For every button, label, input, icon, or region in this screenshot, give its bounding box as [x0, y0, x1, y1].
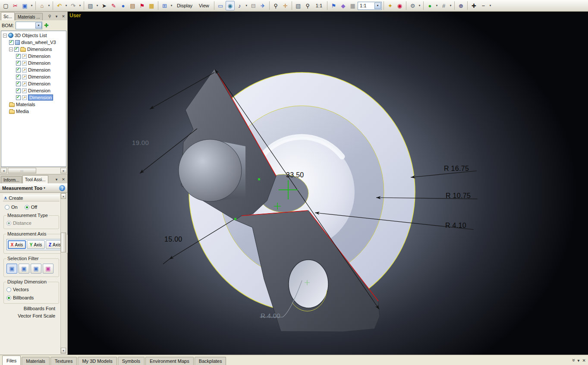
chevron-down-icon[interactable]: ▾: [53, 13, 60, 19]
close-icon[interactable]: ✕: [60, 176, 66, 182]
visibility-checkbox[interactable]: ✓: [16, 61, 21, 66]
region-zoom-button[interactable]: ▧: [294, 1, 303, 10]
remove-button[interactable]: −: [479, 1, 488, 10]
scroll-left-icon[interactable]: ◄: [0, 168, 7, 173]
tab-tool-assistant[interactable]: Tool Assi...: [22, 175, 48, 183]
dropdown-arrow-icon[interactable]: ▾: [30, 1, 34, 10]
zoom-ratio-label[interactable]: 1:1: [313, 1, 325, 10]
tab-backplates[interactable]: Backplates: [195, 357, 226, 365]
tree-root[interactable]: − 3D Objects List: [1, 32, 66, 39]
package-button[interactable]: ▦: [147, 1, 156, 10]
add-bom-button[interactable]: ✚: [44, 22, 48, 28]
scene-tree[interactable]: − 3D Objects List ✓ divan_wheel_V3 − ✓ D…: [1, 31, 66, 167]
bookmark-flag-button[interactable]: ⚑: [329, 1, 338, 10]
zoom-actual-button[interactable]: ⚲: [303, 1, 312, 10]
horizontal-scrollbar[interactable]: ◄ ||| ►: [0, 167, 67, 174]
tree-item-materials-folder[interactable]: Materials: [1, 101, 66, 108]
add-button[interactable]: ✚: [469, 1, 478, 10]
collapse-icon[interactable]: −: [9, 47, 13, 51]
dropdown-arrow-icon[interactable]: ▾: [47, 1, 51, 10]
filter-assembly-button[interactable]: ▣: [31, 264, 41, 274]
tree-item-dimensions-folder[interactable]: − ✓ Dimensions: [1, 46, 66, 53]
tree-item-dimension-selected[interactable]: ✓ ↗ Dimension: [1, 94, 66, 101]
audio-device-button[interactable]: ♪: [235, 1, 244, 10]
help-icon[interactable]: ?: [59, 185, 65, 191]
dropdown-arrow-icon[interactable]: ▾: [78, 1, 82, 10]
library-button[interactable]: ▤: [128, 1, 137, 10]
select-arrow-button[interactable]: ➤: [100, 1, 109, 10]
bom-combo[interactable]: ▾: [16, 22, 42, 29]
chevron-down-icon[interactable]: ▾: [53, 176, 60, 182]
render-button[interactable]: ◉: [226, 1, 235, 10]
close-icon[interactable]: ✕: [582, 358, 586, 363]
x-axis-button[interactable]: X Axis: [8, 240, 26, 249]
undo-button[interactable]: ↶: [55, 1, 64, 10]
crop-tool-button[interactable]: #: [439, 1, 448, 10]
close-icon[interactable]: ✕: [60, 13, 66, 19]
tab-environment-maps[interactable]: Environment Maps: [145, 357, 194, 365]
chevron-down-icon[interactable]: ▾: [578, 358, 580, 363]
filter-surface-button[interactable]: ▣: [43, 264, 53, 274]
display-menu[interactable]: Display: [174, 1, 195, 10]
visibility-checkbox[interactable]: ✓: [16, 95, 21, 100]
tree-item-dimension[interactable]: ✓ ↗ Dimension: [1, 53, 66, 60]
tab-textures[interactable]: Textures: [50, 357, 77, 365]
globe-button[interactable]: ⊕: [456, 1, 465, 10]
filter-body-button[interactable]: ▣: [6, 264, 17, 274]
chevron-down-icon[interactable]: ▾: [44, 186, 45, 190]
scrollbar-thumb[interactable]: |||: [8, 168, 36, 173]
tree-item-model[interactable]: ✓ divan_wheel_V3: [1, 39, 66, 46]
visibility-checkbox[interactable]: ✓: [16, 88, 21, 93]
on-radio-row[interactable]: On: [5, 205, 18, 210]
key-tool-button[interactable]: ✦: [386, 1, 395, 10]
dropdown-arrow-icon[interactable]: ▾: [245, 1, 248, 10]
pan-button[interactable]: ✛: [281, 1, 290, 10]
visibility-checkbox[interactable]: ✓: [14, 47, 19, 52]
tree-item-dimension[interactable]: ✓ ↗ Dimension: [1, 87, 66, 94]
tree-item-dimension[interactable]: ✓ ↗ Dimension: [1, 80, 66, 87]
dropdown-arrow-icon[interactable]: ▾: [435, 1, 439, 10]
dropdown-arrow-icon[interactable]: ▾: [170, 1, 173, 10]
new-document-button[interactable]: ▢: [1, 1, 10, 10]
model-cube-button[interactable]: ◆: [339, 1, 348, 10]
tab-information[interactable]: Inform...: [1, 176, 22, 183]
flags-button[interactable]: ⚑: [138, 1, 147, 10]
visibility-checkbox[interactable]: ✓: [9, 40, 14, 45]
tree-item-media-folder[interactable]: Media: [1, 108, 66, 115]
viewport-3d[interactable]: User: [68, 12, 588, 355]
settings-tools-button[interactable]: ⚙: [408, 1, 417, 10]
tab-files[interactable]: Files: [2, 356, 21, 365]
y-axis-button[interactable]: Y Axis: [27, 240, 45, 249]
vectors-radio[interactable]: [6, 287, 11, 292]
distance-radio-row[interactable]: Distance: [6, 220, 57, 226]
on-radio[interactable]: [5, 205, 9, 210]
scroll-down-icon[interactable]: ▼: [61, 348, 66, 353]
visibility-checkbox[interactable]: ✓: [16, 54, 21, 59]
tab-my-3d-models[interactable]: My 3D Models: [78, 357, 116, 365]
find-icon[interactable]: ⚲: [47, 13, 53, 19]
off-radio[interactable]: [25, 205, 29, 210]
tree-item-dimension[interactable]: ✓ ↗ Dimension: [1, 66, 66, 73]
billboards-radio-row[interactable]: Billboards: [6, 295, 57, 300]
tree-item-dimension[interactable]: ✓ ↗ Dimension: [1, 73, 66, 80]
print-button[interactable]: ⊟: [249, 1, 258, 10]
tab-materials-library[interactable]: Materials: [22, 357, 50, 365]
visibility-checkbox[interactable]: ✓: [16, 75, 21, 79]
visibility-checkbox[interactable]: ✓: [16, 68, 21, 72]
tab-scene[interactable]: Sc...: [1, 12, 15, 20]
create-section-header[interactable]: ∧ Create: [3, 195, 60, 201]
dropdown-arrow-icon[interactable]: ▾: [95, 1, 99, 10]
cut-tool-button[interactable]: ✂: [11, 1, 20, 10]
chevron-down-icon[interactable]: ▾: [35, 22, 42, 28]
copy-window-button[interactable]: ▣: [20, 1, 29, 10]
page-preview-button[interactable]: ▭: [216, 1, 225, 10]
home-button[interactable]: ⌂: [38, 1, 47, 10]
filter-part-button[interactable]: ▣: [19, 264, 29, 274]
off-radio-row[interactable]: Off: [25, 205, 37, 210]
collapse-icon[interactable]: −: [3, 34, 7, 38]
table-grid-button[interactable]: ⊞: [160, 1, 169, 10]
vertical-scrollbar[interactable]: ▲ ▼: [60, 193, 66, 354]
dropdown-arrow-icon[interactable]: ▾: [418, 1, 421, 10]
dropdown-arrow-icon[interactable]: ▾: [64, 1, 68, 10]
zoom-button[interactable]: ⚲: [271, 1, 280, 10]
